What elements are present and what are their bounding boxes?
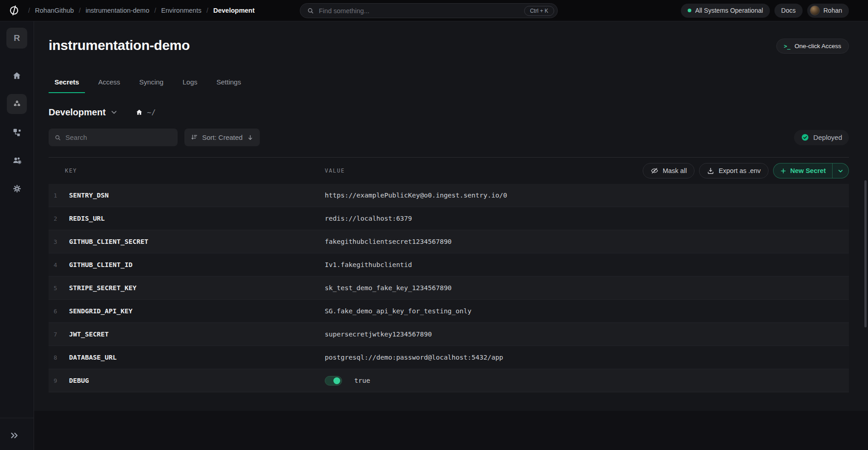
- secrets-search-input[interactable]: Search: [49, 129, 178, 146]
- environment-path[interactable]: ~/: [147, 108, 156, 117]
- secret-key[interactable]: STRIPE_SECRET_KEY: [69, 284, 325, 292]
- root-folder-home-icon[interactable]: [135, 109, 143, 116]
- tab-settings[interactable]: Settings: [210, 78, 247, 93]
- topbar: / RohanGithub / instrumentation-demo / E…: [0, 0, 868, 21]
- user-menu-button[interactable]: Rohan: [807, 4, 849, 18]
- secret-value[interactable]: sk_test_demo_fake_key_1234567890: [325, 284, 849, 292]
- terminal-icon: >_: [784, 43, 790, 49]
- breadcrumb: / RohanGithub / instrumentation-demo / E…: [28, 7, 255, 14]
- avatar: [810, 5, 820, 15]
- deployed-status-badge: Deployed: [794, 130, 849, 145]
- secret-key[interactable]: SENDGRID_API_KEY: [69, 307, 325, 315]
- tab-syncing[interactable]: Syncing: [134, 78, 169, 93]
- sidebar-item-integrations[interactable]: [7, 122, 27, 142]
- cubes-icon: [12, 99, 22, 109]
- tab-bar: Secrets Access Syncing Logs Settings: [49, 78, 849, 93]
- table-row[interactable]: 5 STRIPE_SECRET_KEY sk_test_demo_fake_ke…: [49, 277, 849, 300]
- sidebar-item-settings[interactable]: [7, 178, 27, 198]
- one-click-access-button[interactable]: >_ One-click Access: [776, 39, 849, 54]
- gear-icon: [12, 184, 22, 193]
- docs-button[interactable]: Docs: [774, 4, 803, 18]
- global-search-input[interactable]: Find something... Ctrl + K: [300, 3, 558, 18]
- members-icon: [12, 155, 22, 166]
- secret-key[interactable]: GITHUB_CLIENT_SECRET: [69, 238, 325, 245]
- org-switcher-button[interactable]: R: [6, 28, 27, 49]
- row-number: 1: [54, 192, 64, 199]
- secret-key[interactable]: SENTRY_DSN: [69, 192, 325, 199]
- row-number: 9: [54, 377, 64, 384]
- table-row[interactable]: 1 SENTRY_DSN https://examplePublicKey@o0…: [49, 184, 849, 207]
- sidebar: R: [0, 21, 34, 450]
- secret-key[interactable]: DATABASE_URL: [69, 354, 325, 361]
- sidebar-item-apps[interactable]: [7, 94, 27, 114]
- secrets-table: KEY VALUE Mask all: [49, 157, 849, 392]
- download-icon: [707, 167, 714, 175]
- environment-selector[interactable]: Development: [49, 107, 106, 118]
- breadcrumb-environments[interactable]: Environments: [161, 7, 202, 14]
- search-icon: [54, 134, 61, 141]
- export-env-button[interactable]: Export as .env: [699, 163, 769, 178]
- new-secret-button[interactable]: New Secret: [774, 163, 832, 178]
- tab-access[interactable]: Access: [92, 78, 126, 93]
- deployed-label: Deployed: [813, 134, 842, 141]
- one-click-access-label: One-click Access: [794, 43, 841, 49]
- secret-value[interactable]: postgresql://demo:password@localhost:543…: [325, 354, 849, 361]
- breadcrumb-separator: /: [206, 7, 208, 14]
- secret-key[interactable]: JWT_SECRET: [69, 331, 325, 338]
- sort-button[interactable]: Sort: Created: [184, 129, 260, 146]
- value-column-header: VALUE: [325, 168, 345, 174]
- secret-value[interactable]: SG.fake_demo_api_key_for_testing_only: [325, 307, 849, 315]
- scrollbar[interactable]: [864, 180, 867, 327]
- sidebar-item-home[interactable]: [7, 66, 27, 86]
- global-search-placeholder: Find something...: [319, 7, 520, 15]
- secret-value-text: true: [354, 377, 370, 384]
- plus-icon: [780, 168, 787, 174]
- breadcrumb-app[interactable]: instrumentation-demo: [86, 7, 149, 14]
- row-number: 2: [54, 215, 64, 222]
- status-dot-icon: [688, 9, 691, 12]
- chevron-down-icon[interactable]: [110, 108, 118, 116]
- system-status-pill[interactable]: All Systems Operational: [681, 4, 769, 18]
- table-row[interactable]: 9 DEBUG true: [49, 369, 849, 392]
- breadcrumb-separator: /: [79, 7, 80, 14]
- secret-value[interactable]: supersecretjwtkey1234567890: [325, 331, 849, 338]
- page-title: instrumentation-demo: [49, 37, 190, 54]
- sort-label: Sort: Created: [202, 134, 243, 141]
- table-row[interactable]: 8 DATABASE_URL postgresql://demo:passwor…: [49, 346, 849, 369]
- row-number: 3: [54, 238, 64, 245]
- arrow-down-icon: [247, 134, 254, 141]
- sidebar-item-members[interactable]: [7, 150, 27, 170]
- hierarchy-icon: [12, 128, 22, 137]
- expand-sidebar-icon[interactable]: [9, 430, 34, 441]
- sort-bars-icon: [190, 134, 198, 141]
- table-header-row: KEY VALUE Mask all: [49, 158, 849, 184]
- table-row[interactable]: 7 JWT_SECRET supersecretjwtkey1234567890: [49, 323, 849, 346]
- row-number: 6: [54, 308, 64, 315]
- secret-value[interactable]: Iv1.fakegithubclientid: [325, 261, 849, 268]
- new-secret-label: New Secret: [790, 167, 826, 174]
- secret-value[interactable]: https://examplePublicKey@o0.ingest.sentr…: [325, 192, 849, 199]
- secret-value[interactable]: redis://localhost:6379: [325, 215, 849, 222]
- user-name: Rohan: [823, 7, 842, 14]
- debug-toggle[interactable]: [325, 376, 342, 386]
- tab-secrets[interactable]: Secrets: [49, 78, 85, 93]
- main-area: instrumentation-demo >_ One-click Access…: [34, 21, 868, 450]
- secret-key[interactable]: DEBUG: [69, 377, 325, 384]
- breadcrumb-org[interactable]: RohanGithub: [35, 7, 74, 14]
- tab-logs[interactable]: Logs: [177, 78, 203, 93]
- mask-all-button[interactable]: Mask all: [643, 163, 694, 178]
- phase-logo-icon[interactable]: [8, 5, 20, 16]
- table-row[interactable]: 6 SENDGRID_API_KEY SG.fake_demo_api_key_…: [49, 300, 849, 323]
- table-row[interactable]: 4 GITHUB_CLIENT_ID Iv1.fakegithubclienti…: [49, 253, 849, 277]
- secret-key[interactable]: REDIS_URL: [69, 215, 325, 222]
- new-secret-menu-button[interactable]: [833, 163, 848, 178]
- docs-label: Docs: [781, 7, 796, 14]
- secret-value[interactable]: true: [325, 376, 849, 386]
- export-env-label: Export as .env: [719, 167, 761, 174]
- secret-value[interactable]: fakegithubclientsecret1234567890: [325, 238, 849, 245]
- breadcrumb-current[interactable]: Development: [213, 7, 254, 14]
- table-row[interactable]: 3 GITHUB_CLIENT_SECRET fakegithubclients…: [49, 230, 849, 253]
- secret-key[interactable]: GITHUB_CLIENT_ID: [69, 261, 325, 268]
- table-row[interactable]: 2 REDIS_URL redis://localhost:6379: [49, 207, 849, 230]
- system-status-label: All Systems Operational: [695, 7, 763, 14]
